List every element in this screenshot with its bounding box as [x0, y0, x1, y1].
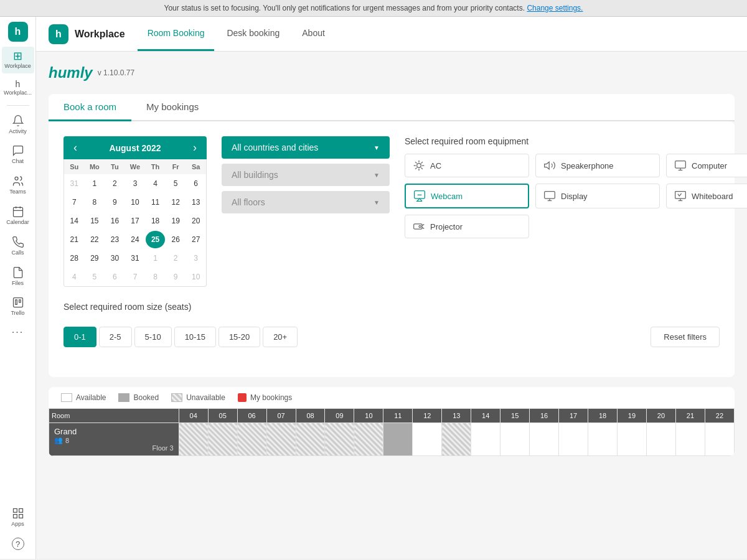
legend-my-bookings: My bookings: [238, 393, 292, 402]
nav-tab-room-booking[interactable]: Room Booking: [138, 17, 215, 51]
calendar-day[interactable]: 21: [65, 231, 84, 248]
timeline-slot[interactable]: [325, 423, 354, 456]
timeline-slot[interactable]: [500, 423, 530, 456]
notif-link[interactable]: Change settings.: [527, 4, 583, 12]
calendar-day[interactable]: 28: [65, 250, 84, 267]
calendar-day[interactable]: 4: [65, 268, 84, 286]
calendar-day[interactable]: 4: [146, 175, 165, 192]
size-btn-5-10[interactable]: 5-10: [134, 327, 172, 347]
calendar-day[interactable]: 9: [105, 194, 125, 211]
timeline-slot[interactable]: [471, 423, 500, 456]
calendar-day[interactable]: 16: [105, 212, 125, 230]
sidebar-item-workplace[interactable]: ⊞ Workplace: [2, 47, 34, 73]
calendar-day[interactable]: 5: [166, 175, 186, 192]
calendar-day[interactable]: 24: [126, 231, 145, 248]
tab-book-room[interactable]: Book a room: [49, 94, 131, 121]
sidebar-item-apps[interactable]: Apps: [2, 503, 34, 531]
calendar-day[interactable]: 19: [166, 212, 186, 230]
calendar-day[interactable]: 6: [186, 175, 205, 192]
calendar-day[interactable]: 13: [186, 194, 205, 211]
timeline-slot[interactable]: [266, 423, 296, 456]
size-btn-10-15[interactable]: 10-15: [174, 327, 216, 347]
timeline-slot[interactable]: [208, 423, 237, 456]
sidebar-item-calls[interactable]: Calls: [2, 232, 34, 260]
cal-prev-button[interactable]: ‹: [71, 141, 80, 154]
calendar-day[interactable]: 12: [166, 194, 186, 211]
calendar-day[interactable]: 7: [126, 268, 145, 286]
calendar-day[interactable]: 11: [146, 194, 165, 211]
timeline-slot[interactable]: [442, 423, 471, 456]
calendar-day[interactable]: 10: [126, 194, 145, 211]
calendar-day[interactable]: 2: [105, 175, 125, 192]
sidebar-item-chat[interactable]: Chat: [2, 141, 34, 169]
calendar-day[interactable]: 27: [186, 231, 205, 248]
timeline-slot[interactable]: [530, 423, 559, 456]
calendar-day[interactable]: 14: [65, 212, 84, 230]
calendar-day[interactable]: 10: [186, 268, 205, 286]
calendar-day[interactable]: 6: [105, 268, 125, 286]
calendar-day[interactable]: 30: [105, 250, 125, 267]
sidebar-item-more[interactable]: ···: [2, 323, 34, 342]
calendar-day[interactable]: 9: [166, 268, 186, 286]
cal-next-button[interactable]: ›: [190, 141, 199, 154]
sidebar-item-help[interactable]: ?: [2, 534, 34, 554]
sidebar-item-trello[interactable]: Trello: [2, 292, 34, 320]
equip-webcam[interactable]: Webcam: [405, 184, 529, 208]
nav-tab-about[interactable]: About: [292, 17, 335, 51]
calendar-day[interactable]: 3: [126, 175, 145, 192]
calendar-day[interactable]: 22: [85, 231, 105, 248]
calendar-day[interactable]: 31: [126, 250, 145, 267]
sidebar-item-files[interactable]: Files: [2, 263, 34, 291]
calendar-day[interactable]: 5: [85, 268, 105, 286]
calendar-day[interactable]: 8: [146, 268, 165, 286]
equip-whiteboard[interactable]: Whiteboard: [666, 184, 747, 208]
size-btn-0-1[interactable]: 0-1: [63, 327, 96, 347]
calendar-day[interactable]: 20: [186, 212, 205, 230]
timeline-slot[interactable]: [559, 423, 588, 456]
calendar-day[interactable]: 8: [85, 194, 105, 211]
timeline-slot[interactable]: [646, 423, 675, 456]
equip-ac[interactable]: AC: [405, 154, 529, 177]
timeline-slot[interactable]: [179, 423, 208, 456]
calendar-day[interactable]: 31: [65, 175, 84, 192]
timeline-slot[interactable]: [413, 423, 442, 456]
calendar-day[interactable]: 23: [105, 231, 125, 248]
calendar-day[interactable]: 15: [85, 212, 105, 230]
timeline-slot[interactable]: [383, 423, 413, 456]
calendar-day[interactable]: 1: [146, 250, 165, 267]
sidebar-item-teams[interactable]: Teams: [2, 171, 34, 199]
timeline-slot[interactable]: [296, 423, 325, 456]
sidebar-item-activity[interactable]: Activity: [2, 111, 34, 139]
timeline-slot[interactable]: [675, 423, 705, 456]
calendar-day[interactable]: 3: [186, 250, 205, 267]
sidebar-item-calendar[interactable]: Calendar: [2, 202, 34, 230]
calendar-day[interactable]: 26: [166, 231, 186, 248]
equip-speakerphone[interactable]: Speakerphone: [535, 154, 660, 177]
floors-dropdown[interactable]: All floors ▼: [222, 191, 390, 213]
nav-tab-desk-booking[interactable]: Desk booking: [217, 17, 289, 51]
equip-whiteboard-label: Whiteboard: [692, 192, 733, 201]
timeline-slot[interactable]: [705, 423, 734, 456]
calendar-day[interactable]: 2: [166, 250, 186, 267]
equip-display[interactable]: Display: [535, 184, 660, 208]
calendar-day[interactable]: 18: [146, 212, 165, 230]
calendar-day[interactable]: 7: [65, 194, 84, 211]
timeline-slot[interactable]: [354, 423, 383, 456]
equip-projector[interactable]: Projector: [405, 215, 529, 238]
reset-filters-button[interactable]: Reset filters: [651, 327, 720, 347]
tab-my-bookings[interactable]: My bookings: [131, 94, 214, 121]
sidebar-item-workplace2[interactable]: h Workplac...: [2, 76, 34, 100]
location-dropdown[interactable]: All countries and cities ▼: [222, 136, 390, 159]
buildings-dropdown[interactable]: All buildings ▼: [222, 164, 390, 186]
timeline-slot[interactable]: [237, 423, 266, 456]
calendar-day[interactable]: 1: [85, 175, 105, 192]
size-btn-20plus[interactable]: 20+: [263, 327, 298, 347]
size-btn-15-20[interactable]: 15-20: [218, 327, 260, 347]
calendar-day[interactable]: 17: [126, 212, 145, 230]
calendar-day[interactable]: 25: [146, 231, 165, 248]
equip-computer[interactable]: Computer: [666, 154, 747, 177]
timeline-slot[interactable]: [618, 423, 647, 456]
size-btn-2-5[interactable]: 2-5: [99, 327, 132, 347]
timeline-slot[interactable]: [588, 423, 618, 456]
calendar-day[interactable]: 29: [85, 250, 105, 267]
